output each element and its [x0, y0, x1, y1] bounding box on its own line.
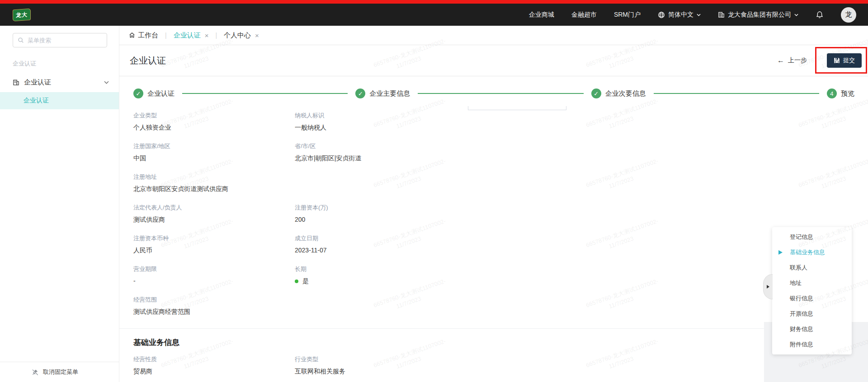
search-input[interactable]: [28, 37, 102, 44]
anchor-nav-item[interactable]: 登记信息: [772, 229, 852, 245]
field-label: 行业类型: [295, 355, 530, 363]
anchor-label: 开票信息: [790, 310, 813, 318]
form-field: 行业类型 互联网和相关服务: [295, 355, 530, 376]
field-label: 注册资本(万): [295, 204, 530, 212]
unpin-menu-button[interactable]: 取消固定菜单: [0, 362, 119, 382]
form-field: 成立日期 2023-11-07: [295, 234, 530, 255]
pin-off-icon: [32, 369, 38, 376]
anchor-nav-item[interactable]: 基础业务信息: [772, 245, 852, 260]
language-selector[interactable]: 简体中文: [658, 11, 701, 19]
notification-bell-icon[interactable]: [816, 11, 824, 19]
field-value: 是: [295, 277, 530, 285]
tab-separator: |: [215, 32, 217, 39]
stepper-step: ✓ 企业认证: [133, 89, 175, 98]
section-divider: [119, 328, 868, 329]
anchor-nav-item[interactable]: 银行信息: [772, 291, 852, 306]
page-content: ✓ 企业认证 ✓ 企业主要信息 ✓ 企业次要信息 4 预览 企业类型 个人独资企…: [119, 76, 868, 382]
step-connector: [654, 93, 819, 94]
anchor-nav-item[interactable]: 地址: [772, 275, 852, 291]
field-value: 个人独资企业: [133, 124, 295, 132]
header-actions: ← 上一步 提交: [777, 53, 868, 68]
building-icon: [718, 11, 725, 18]
field-label: 经营性质: [133, 355, 295, 363]
submit-label: 提交: [843, 56, 855, 65]
field-label: 省/市/区: [295, 142, 530, 150]
navbar-link[interactable]: 金融超市: [571, 11, 597, 19]
form-field: 注册国家/地区 中国: [133, 142, 295, 163]
form-field: 注册资本币种 人民币: [133, 234, 295, 255]
field-value: 测试供应商经营范围: [133, 308, 530, 316]
sidebar-subitem-enterprise-cert[interactable]: 企业认证: [0, 92, 119, 109]
building-icon: [13, 79, 19, 86]
progress-stepper: ✓ 企业认证 ✓ 企业主要信息 ✓ 企业次要信息 4 预览: [133, 89, 854, 98]
field-label: 企业类型: [133, 112, 295, 120]
form-field: 省/市/区 北京市|朝阳区|安贞街道: [295, 142, 530, 163]
tab[interactable]: 个人中心 ×: [224, 31, 259, 40]
stepper-step: ✓ 企业次要信息: [591, 89, 646, 98]
close-icon[interactable]: ×: [255, 32, 259, 39]
tab-label: 个人中心: [224, 31, 251, 40]
stepper-step: 4 预览: [827, 89, 854, 98]
save-icon: [834, 57, 840, 64]
anchor-nav-item[interactable]: 财务信息: [772, 321, 852, 337]
sidebar-item-label: 企业认证: [24, 78, 51, 87]
language-label: 简体中文: [668, 11, 693, 19]
page-title: 企业认证: [130, 55, 166, 67]
step-label: 企业认证: [147, 89, 175, 98]
form-field: 经营性质 贸易商: [133, 355, 295, 376]
menu-search[interactable]: [13, 33, 107, 47]
tab-label: 企业认证: [174, 31, 201, 40]
tab[interactable]: 工作台: [129, 31, 158, 40]
chevron-down-icon: [104, 81, 109, 84]
step-circle: 4: [827, 89, 837, 98]
field-value: 贸易商: [133, 368, 295, 376]
chevron-down-icon: [794, 14, 798, 16]
field-label: 长期: [295, 265, 530, 273]
top-navbar: 龙大 企业商城金融超市SRM门户 简体中文 龙大食品集团有限公司 龙: [0, 0, 868, 26]
anchor-nav-item[interactable]: 开票信息: [772, 306, 852, 321]
form-field: 注册资本(万) 200: [295, 204, 530, 224]
step-connector: [182, 93, 348, 94]
chevron-down-icon: [697, 14, 701, 16]
tab[interactable]: 企业认证 ×: [174, 31, 209, 40]
field-value: 2023-11-07: [295, 247, 530, 254]
field-value: 中国: [133, 154, 295, 163]
form-field: 营业期限 -: [133, 265, 295, 285]
anchor-label: 附件信息: [790, 340, 813, 349]
anchor-label: 联系人: [790, 264, 807, 272]
navbar-link[interactable]: SRM门户: [614, 11, 641, 19]
form-field: 法定代表人/负责人 测试供应商: [133, 204, 295, 224]
sidebar: 企业认证 企业认证 企业认证 取消固定菜单: [0, 26, 119, 382]
field-label: 营业期限: [133, 265, 295, 273]
anchor-nav-item[interactable]: 附件信息: [772, 337, 852, 352]
unpin-menu-label: 取消固定菜单: [43, 368, 78, 376]
step-connector: [418, 93, 583, 94]
field-value: -: [133, 277, 295, 284]
field-label: 注册国家/地区: [133, 142, 295, 150]
registration-info-fields: 企业类型 个人独资企业 纳税人标识 一般纳税人 注册国家/地区 中国 省/市/区…: [133, 112, 868, 326]
page-header: 企业认证 ← 上一步 提交: [119, 45, 868, 76]
previous-step-button[interactable]: ← 上一步: [777, 56, 807, 65]
form-field: 经营范围 测试供应商经营范围: [133, 296, 530, 316]
anchor-nav-item[interactable]: 联系人: [772, 260, 852, 275]
submit-button[interactable]: 提交: [827, 53, 862, 68]
home-icon: [129, 32, 135, 38]
arrow-left-icon: ←: [777, 56, 784, 65]
user-avatar[interactable]: 龙: [841, 7, 856, 23]
form-field: 纳税人标识 一般纳税人: [295, 112, 530, 132]
field-label: 经营范围: [133, 296, 530, 304]
close-icon[interactable]: ×: [205, 32, 209, 39]
active-arrow-icon: [778, 250, 783, 255]
company-selector[interactable]: 龙大食品集团有限公司: [718, 11, 798, 19]
previous-step-label: 上一步: [788, 56, 807, 65]
anchor-label: 登记信息: [790, 233, 813, 241]
step-label: 企业次要信息: [605, 89, 646, 98]
navbar-link[interactable]: 企业商城: [529, 11, 554, 19]
brand-logo: 龙大: [13, 8, 31, 21]
field-value: 测试供应商: [133, 216, 295, 224]
field-value: 北京市朝阳区安贞街道测试供应商: [133, 185, 530, 193]
input-box-fragment: [468, 106, 566, 110]
company-name: 龙大食品集团有限公司: [728, 11, 791, 19]
globe-icon: [658, 11, 665, 19]
sidebar-item-enterprise-cert[interactable]: 企业认证: [0, 74, 119, 91]
